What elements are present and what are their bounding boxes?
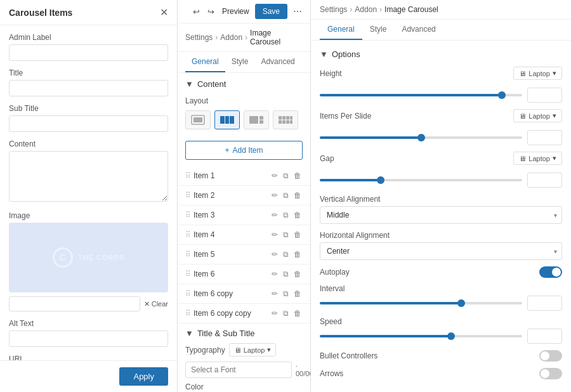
copy-item-button[interactable]: ⧉ bbox=[282, 209, 290, 221]
items-slider-track[interactable] bbox=[320, 136, 522, 139]
autoplay-toggle[interactable] bbox=[539, 266, 562, 278]
items-device-dropdown[interactable]: 🖥 Laptop ▾ bbox=[513, 109, 562, 122]
height-slider-thumb bbox=[498, 91, 506, 99]
delete-item-button[interactable]: 🗑 bbox=[292, 229, 303, 240]
copy-item-button[interactable]: ⧉ bbox=[282, 268, 290, 280]
copy-item-button[interactable]: ⧉ bbox=[282, 170, 290, 181]
content-label: Content bbox=[9, 140, 168, 148]
items-per-slide-option-row: Items Per Slide 🖥 Laptop ▾ bbox=[320, 109, 562, 122]
edit-item-button[interactable]: ✏ bbox=[270, 170, 279, 181]
chevron-down-icon: ▾ bbox=[267, 346, 271, 354]
edit-item-button[interactable]: ✏ bbox=[270, 308, 279, 319]
svg-rect-7 bbox=[259, 121, 263, 124]
edit-item-button[interactable]: ✏ bbox=[270, 268, 279, 280]
edit-item-button[interactable]: ✏ bbox=[270, 249, 279, 260]
layout-option-4[interactable] bbox=[273, 110, 298, 129]
right-tab-general[interactable]: General bbox=[320, 20, 362, 40]
items-slider-fill bbox=[320, 136, 421, 139]
delete-item-button[interactable]: 🗑 bbox=[292, 170, 303, 181]
horizontal-alignment-select[interactable]: Center Left Right bbox=[320, 242, 562, 260]
height-number-input[interactable]: 100 bbox=[527, 88, 562, 103]
preview-button[interactable]: Preview bbox=[220, 5, 251, 18]
delete-item-button[interactable]: 🗑 bbox=[292, 308, 303, 319]
items-number-input[interactable]: 5 bbox=[527, 130, 562, 145]
tab-general[interactable]: General bbox=[185, 52, 225, 72]
edit-item-button[interactable]: ✏ bbox=[270, 190, 279, 201]
image-preview: C THE CORPS bbox=[9, 223, 168, 292]
save-button[interactable]: Save bbox=[255, 4, 287, 19]
item-name: Item 3 bbox=[194, 211, 268, 219]
vertical-alignment-select[interactable]: Middle Top Bottom bbox=[320, 206, 562, 224]
subtitle-input[interactable] bbox=[9, 115, 168, 132]
item-actions: ✏ ⧉ 🗑 bbox=[270, 308, 303, 319]
clear-button[interactable]: ✕ Clear bbox=[144, 300, 168, 308]
content-textarea[interactable] bbox=[9, 151, 168, 202]
breadcrumb-settings: Settings bbox=[185, 33, 213, 42]
gap-slider-track[interactable] bbox=[320, 179, 522, 181]
delete-item-button[interactable]: 🗑 bbox=[292, 268, 303, 280]
redo-button[interactable]: ↪ bbox=[206, 5, 216, 18]
apply-button[interactable]: Apply bbox=[119, 367, 168, 386]
height-slider-fill bbox=[320, 94, 502, 96]
list-item: ⠿ Item 3 ✏ ⧉ 🗑 bbox=[178, 206, 310, 225]
title-input[interactable] bbox=[9, 80, 168, 96]
interval-number-input[interactable]: 4500 bbox=[527, 296, 562, 311]
typography-device-select[interactable]: 🖥 Laptop ▾ bbox=[229, 343, 277, 356]
drag-handle-icon[interactable]: ⠿ bbox=[185, 191, 191, 200]
speed-label: Speed bbox=[320, 317, 562, 326]
layout-option-2[interactable] bbox=[214, 110, 240, 129]
tab-style[interactable]: Style bbox=[225, 52, 255, 72]
admin-label-input[interactable] bbox=[9, 44, 168, 61]
drag-handle-icon[interactable]: ⠿ bbox=[185, 211, 191, 219]
right-panel: Settings › Addon › Image Carousel Genera… bbox=[311, 0, 571, 392]
speed-number-input[interactable]: 2500 bbox=[527, 329, 562, 344]
delete-item-button[interactable]: 🗑 bbox=[292, 249, 303, 260]
speed-slider-fill bbox=[320, 335, 451, 337]
color-row: Color bbox=[185, 382, 303, 391]
drag-handle-icon[interactable]: ⠿ bbox=[185, 289, 191, 298]
image-path-input[interactable]: images/our-clients/0 bbox=[9, 296, 140, 311]
copy-item-button[interactable]: ⧉ bbox=[282, 190, 290, 201]
alt-text-input[interactable] bbox=[9, 330, 168, 347]
edit-item-button[interactable]: ✏ bbox=[270, 209, 279, 221]
gap-number-input[interactable]: 15 bbox=[527, 173, 562, 188]
delete-item-button[interactable]: 🗑 bbox=[292, 209, 303, 221]
edit-item-button[interactable]: ✏ bbox=[270, 288, 279, 299]
left-panel-title: Carousel Items bbox=[9, 8, 72, 18]
more-options-button[interactable]: ⋯ bbox=[291, 4, 304, 18]
font-select-input[interactable] bbox=[185, 362, 292, 378]
delete-item-button[interactable]: 🗑 bbox=[292, 190, 303, 201]
right-tab-style[interactable]: Style bbox=[362, 20, 395, 40]
height-slider-track[interactable] bbox=[320, 94, 522, 96]
svg-rect-9 bbox=[282, 116, 286, 120]
copy-item-button[interactable]: ⧉ bbox=[282, 308, 290, 319]
layout-option-3[interactable] bbox=[244, 110, 269, 129]
arrows-toggle[interactable] bbox=[539, 368, 562, 379]
items-per-slide-label: Items Per Slide bbox=[320, 112, 371, 121]
tab-advanced[interactable]: Advanced bbox=[254, 52, 301, 72]
delete-item-button[interactable]: 🗑 bbox=[292, 288, 303, 299]
interval-slider-track[interactable] bbox=[320, 302, 522, 304]
height-device-dropdown[interactable]: 🖥 Laptop ▾ bbox=[513, 67, 562, 80]
copy-item-button[interactable]: ⧉ bbox=[282, 229, 290, 240]
gap-device-dropdown[interactable]: 🖥 Laptop ▾ bbox=[513, 152, 562, 165]
copy-item-button[interactable]: ⧉ bbox=[282, 288, 290, 299]
right-tab-advanced[interactable]: Advanced bbox=[394, 20, 443, 40]
drag-handle-icon[interactable]: ⠿ bbox=[185, 270, 191, 278]
add-item-button[interactable]: + Add Item bbox=[185, 141, 303, 160]
drag-handle-icon[interactable]: ⠿ bbox=[185, 250, 191, 259]
subtitle-label: Sub Title bbox=[9, 104, 168, 113]
toggle-thumb bbox=[541, 369, 549, 378]
undo-button[interactable]: ↩ bbox=[191, 5, 202, 18]
logo-preview: C THE CORPS bbox=[53, 247, 124, 268]
speed-slider-track[interactable] bbox=[320, 335, 522, 337]
drag-handle-icon[interactable]: ⠿ bbox=[185, 171, 191, 180]
copy-item-button[interactable]: ⧉ bbox=[282, 249, 290, 260]
content-field: Content bbox=[9, 140, 168, 204]
close-button[interactable]: ✕ bbox=[160, 6, 168, 18]
bullet-controllers-toggle[interactable] bbox=[539, 350, 562, 362]
drag-handle-icon[interactable]: ⠿ bbox=[185, 309, 191, 318]
edit-item-button[interactable]: ✏ bbox=[270, 229, 279, 240]
drag-handle-icon[interactable]: ⠿ bbox=[185, 230, 191, 239]
layout-option-1[interactable] bbox=[185, 110, 211, 129]
